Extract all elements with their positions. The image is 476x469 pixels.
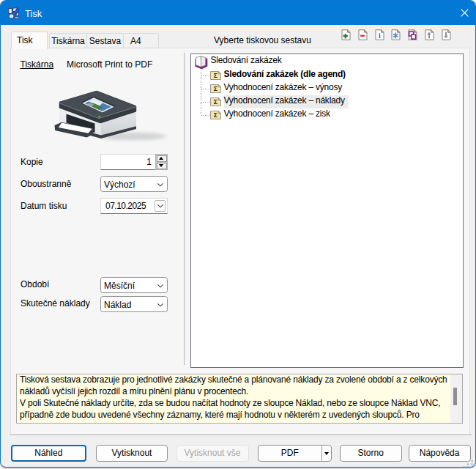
svg-text:Σ: Σ xyxy=(214,98,217,106)
svg-text:Σ: Σ xyxy=(214,85,217,92)
svg-text:Σ: Σ xyxy=(214,72,217,79)
svg-text:i: i xyxy=(378,32,380,40)
svg-text:Σ: Σ xyxy=(214,111,217,119)
